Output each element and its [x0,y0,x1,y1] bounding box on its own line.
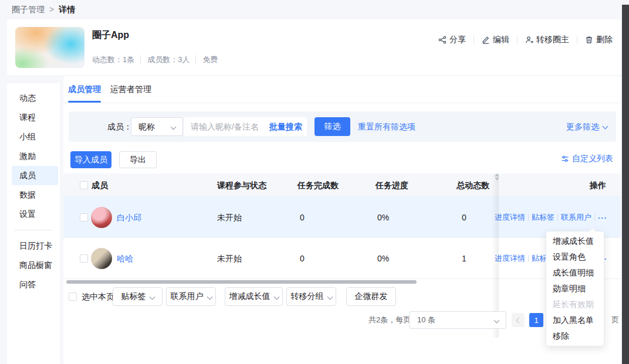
task-progress-cell: 0% [377,197,389,238]
sidebar-item-product-showcase[interactable]: 商品橱窗 [7,256,60,275]
batch-action-bar: 选中本页 贴标签 联系用户 增减成长值 转移分组 企微群发 [63,287,621,306]
stat-price: 免费 [195,55,218,64]
batch-contact-button[interactable]: 联系用户 [166,287,216,306]
goto-page-suffix: 页 [611,312,619,328]
breadcrumb-current: 详情 [59,5,75,14]
sidebar-item-members[interactable]: 成员 [12,166,58,185]
tab-member-management[interactable]: 成员管理 [68,76,101,103]
breadcrumb-parent[interactable]: 圈子管理 [12,5,45,14]
breadcrumb-separator: > [49,5,54,14]
batch-growth-label: 增减成长值 [229,291,270,302]
member-avatar [91,248,112,269]
batch-contact-label: 联系用户 [171,291,204,302]
menu-item-adjust-growth[interactable]: 增减成长值 [546,233,604,249]
page-number-button[interactable]: 1 [529,313,543,327]
member-name-link[interactable]: 哈哈 [117,238,133,279]
member-name-link[interactable]: 白小邱 [117,197,141,238]
sidebar: 动态 课程 小组 激励 成员 数据 设置 日历打卡 商品橱窗 问答 [7,83,60,364]
column-task-progress: 任务进度 [376,174,408,197]
more-filters-label: 更多筛选 [566,122,599,131]
menu-item-extend-validity: 延长有效期 [546,297,604,312]
batch-search-link[interactable]: 批量搜索 [269,117,302,136]
sidebar-item-moments[interactable]: 动态 [7,89,60,108]
sidebar-item-calendar-checkin[interactable]: 日历打卡 [7,236,60,256]
breadcrumb: 圈子管理>详情 [12,5,75,15]
wecom-broadcast-button[interactable]: 企微群发 [346,287,396,306]
progress-detail-link[interactable]: 进度详情 [495,253,525,264]
batch-tag-button[interactable]: 贴标签 [113,287,163,306]
edit-button[interactable]: 编辑 [474,35,517,45]
horizontal-scrollbar[interactable] [66,280,417,284]
row-actions-context-menu: 增减成长值 设置角色 成长值明细 勋章明细 延长有效期 加入黑名单 移除 [546,231,604,346]
wecom-broadcast-label: 企微群发 [355,291,388,302]
customize-columns-label: 自定义列表 [572,154,613,164]
select-page-label[interactable]: 选中本页 [82,287,114,306]
table-header: 成员 课程参与状态 任务完成数 任务进度 总动态数 操作 [63,174,621,197]
select-page-checkbox[interactable] [69,292,77,301]
column-actions: 操作 [590,174,606,197]
sidebar-divider [14,230,53,230]
stat-members: 成员数：3人 [140,55,190,64]
share-icon [438,36,447,44]
delete-button[interactable]: 删除 [577,35,613,45]
chevron-down-icon [207,294,212,300]
tasks-done-cell: 0 [300,238,305,279]
tasks-done-cell: 0 [300,197,305,238]
tab-bar: 成员管理 运营者管理 [63,76,621,103]
chevron-down-icon [273,294,279,300]
sidebar-item-incentives[interactable]: 激励 [7,147,60,166]
sidebar-item-settings[interactable]: 设置 [7,205,60,224]
reset-filters-link[interactable]: 重置所有筛选项 [358,111,415,142]
sidebar-item-data[interactable]: 数据 [7,185,60,205]
course-status-cell: 未开始 [217,197,242,238]
row-checkbox[interactable] [80,213,88,222]
select-all-checkbox[interactable] [80,181,88,189]
menu-item-growth-detail[interactable]: 成长值明细 [546,265,604,281]
chevron-down-icon [149,294,155,300]
column-course-status: 课程参与状态 [217,174,266,197]
tab-operator-management[interactable]: 运营者管理 [110,76,151,103]
circle-header-card: 圈子App 动态数：1条成员数：3人免费 分享 编辑 转移圈主 删除 [7,19,621,75]
chevron-down-icon [603,124,608,130]
customize-columns-link[interactable]: 自定义列表 [561,154,613,164]
menu-item-set-role[interactable]: 设置角色 [546,249,604,265]
previous-page-button[interactable] [512,313,525,327]
import-members-button[interactable]: 导入成员 [70,151,111,168]
page-size-select[interactable]: 10 条 [409,311,506,329]
more-actions-button[interactable]: ··· [598,213,607,222]
nickname-search-input[interactable]: 请输入昵称/备注名 批量搜索 [184,117,307,136]
transfer-owner-icon [525,36,533,44]
sidebar-item-qna[interactable]: 问答 [7,275,60,294]
column-total-posts: 总动态数 [456,174,489,197]
contact-user-link[interactable]: 联系用户 [561,212,591,223]
column-member: 成员 [92,174,108,197]
chevron-down-icon [494,318,500,324]
edit-icon [482,36,490,44]
transfer-owner-button[interactable]: 转移圈主 [518,35,577,45]
filter-button[interactable]: 筛选 [314,117,350,136]
stat-posts: 动态数：1条 [92,55,134,64]
filter-bar: 成员： 昵称 请输入昵称/备注名 批量搜索 筛选 重置所有筛选项 更多筛选 [69,111,616,142]
member-avatar [91,207,112,228]
more-filters-link[interactable]: 更多筛选 [566,111,607,142]
table-row: 哈哈 未开始 0 0% 1 进度详情 贴标签 联系用户 ··· [63,238,621,279]
row-checkbox[interactable] [80,254,88,263]
page-size-value: 10 条 [417,315,435,324]
trash-icon [585,36,593,44]
menu-item-medal-detail[interactable]: 勋章明细 [546,281,604,297]
export-button[interactable]: 导出 [119,151,157,168]
circle-stats: 动态数：1条成员数：3人免费 [92,55,218,65]
batch-tag-label: 贴标签 [121,291,146,302]
batch-growth-button[interactable]: 增减成长值 [225,287,283,306]
filter-type-select[interactable]: 昵称 [131,117,183,136]
menu-item-remove[interactable]: 移除 [546,328,604,344]
share-button[interactable]: 分享 [431,35,474,45]
menu-item-blacklist[interactable]: 加入黑名单 [546,312,604,328]
sidebar-item-groups[interactable]: 小组 [7,127,60,147]
batch-transfer-group-button[interactable]: 转移分组 [286,287,336,306]
header-actions: 分享 编辑 转移圈主 删除 [431,35,613,45]
delete-label: 删除 [596,35,613,45]
tag-link[interactable]: 贴标签 [532,212,554,223]
sidebar-item-courses[interactable]: 课程 [7,108,60,127]
progress-detail-link[interactable]: 进度详情 [495,212,525,223]
